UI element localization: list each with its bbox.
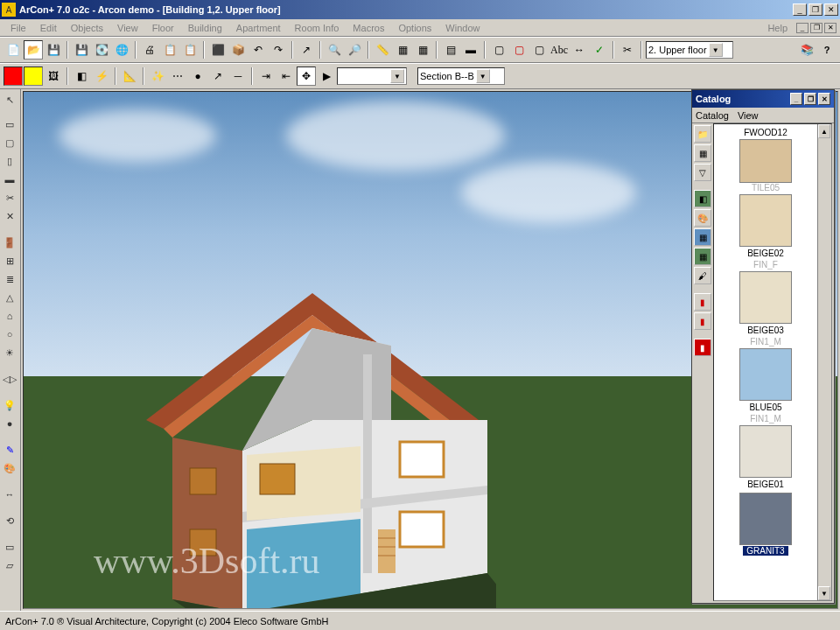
catalog-item[interactable]: BEIGE03FIN1_M bbox=[716, 271, 816, 346]
mdi-close-button[interactable]: ✕ bbox=[824, 23, 836, 33]
wall-button[interactable]: ▬ bbox=[461, 40, 480, 60]
section-selector[interactable]: Section B--B ▼ bbox=[417, 67, 505, 85]
column-tool[interactable]: ▯ bbox=[1, 152, 18, 170]
print-button[interactable]: 🖨 bbox=[140, 40, 159, 60]
save-as-button[interactable]: 💾 bbox=[72, 40, 91, 60]
menu-window[interactable]: Window bbox=[438, 21, 486, 35]
zoom-fit-button[interactable]: 🔎 bbox=[345, 40, 364, 60]
material-swatch[interactable] bbox=[739, 425, 792, 478]
brush-button[interactable]: ● bbox=[188, 66, 207, 86]
cut-button[interactable]: ✂ bbox=[618, 40, 637, 60]
measure-button[interactable]: ✓ bbox=[590, 40, 609, 60]
grid-button[interactable]: ▦ bbox=[393, 40, 412, 60]
cat-filter-button[interactable]: ▽ bbox=[694, 164, 711, 181]
catalog-item[interactable]: GRANIT3 bbox=[716, 493, 816, 556]
red-box-button[interactable] bbox=[4, 66, 23, 86]
scroll-down-button[interactable]: ▼ bbox=[818, 586, 830, 600]
cat-stop-button[interactable]: ▮ bbox=[694, 339, 711, 356]
sun-tool[interactable]: ☀ bbox=[1, 344, 18, 361]
mode-b-button[interactable]: ▢ bbox=[509, 40, 528, 60]
new-button[interactable]: 📄 bbox=[4, 40, 23, 60]
menu-building[interactable]: Building bbox=[181, 21, 229, 35]
menu-roominfo[interactable]: Room Info bbox=[288, 21, 346, 35]
minimize-button[interactable]: _ bbox=[793, 4, 807, 16]
cube-button[interactable]: ◧ bbox=[72, 66, 91, 86]
paste-button[interactable]: 📋 bbox=[180, 40, 200, 60]
beam-tool[interactable]: ▬ bbox=[1, 171, 18, 188]
catalog-scrollbar[interactable]: ▲ ▼ bbox=[817, 124, 831, 600]
cat-brush-button[interactable]: 🖌 bbox=[694, 267, 711, 284]
catalog-titlebar[interactable]: Catalog _ ❐ ✕ bbox=[692, 90, 834, 108]
menu-apartment[interactable]: Apartment bbox=[229, 21, 288, 35]
catalog-item[interactable]: BEIGE02FIN_F bbox=[716, 194, 816, 270]
door-out-button[interactable]: ⇤ bbox=[276, 66, 296, 86]
door-tool[interactable]: 🚪 bbox=[1, 234, 18, 251]
menu-macros[interactable]: Macros bbox=[346, 21, 391, 35]
dormer-tool[interactable]: ⌂ bbox=[1, 307, 18, 325]
scroll-up-button[interactable]: ▲ bbox=[818, 124, 830, 138]
material-swatch[interactable] bbox=[739, 493, 792, 545]
mode-a-button[interactable]: ▢ bbox=[489, 40, 508, 60]
catalog-item[interactable]: BEIGE01 bbox=[716, 425, 816, 491]
trim-tool[interactable]: ✂ bbox=[1, 189, 18, 206]
undo-button[interactable]: ↶ bbox=[248, 40, 268, 60]
catalog-close-button[interactable]: ✕ bbox=[818, 93, 830, 105]
dots-button[interactable]: ⋯ bbox=[168, 66, 187, 86]
close-button[interactable]: ✕ bbox=[824, 4, 838, 16]
cat-tex4-button[interactable]: ▦ bbox=[694, 248, 711, 265]
menu-file[interactable]: File bbox=[4, 21, 33, 35]
material-swatch[interactable] bbox=[739, 348, 792, 401]
cat-tex2-button[interactable]: 🎨 bbox=[694, 209, 711, 227]
room-tool[interactable]: ▢ bbox=[1, 134, 18, 151]
ruler-button[interactable]: 📏 bbox=[373, 40, 392, 60]
stair-tool[interactable]: ≣ bbox=[1, 270, 18, 288]
light-tool[interactable]: 💡 bbox=[1, 396, 18, 414]
box-button[interactable]: 📦 bbox=[228, 40, 248, 60]
material-swatch[interactable] bbox=[739, 139, 792, 183]
mdi-restore-button[interactable]: ❐ bbox=[810, 23, 822, 33]
menu-help[interactable]: Help bbox=[760, 21, 794, 35]
line-button[interactable]: ─ bbox=[228, 66, 248, 86]
dimension-button[interactable]: ↔ bbox=[570, 40, 589, 60]
play-button[interactable]: ▶ bbox=[317, 66, 336, 86]
dropdown-arrow-icon[interactable]: ▼ bbox=[709, 43, 723, 57]
folder-tool[interactable]: ▭ bbox=[1, 538, 18, 556]
maximize-button[interactable]: ❐ bbox=[808, 4, 822, 16]
cat-grid-button[interactable]: ▦ bbox=[694, 144, 711, 162]
arrow2-button[interactable]: ↗ bbox=[208, 66, 228, 86]
zoom-area-button[interactable]: 🔍 bbox=[325, 40, 344, 60]
open-button[interactable]: 📂 bbox=[24, 40, 43, 60]
floor-selector[interactable]: 2. Upper floor ▼ bbox=[646, 41, 733, 59]
tripod-button[interactable]: 📐 bbox=[120, 66, 139, 86]
mode-c-button[interactable]: ▢ bbox=[529, 40, 549, 60]
catalog-toggle-button[interactable]: 📚 bbox=[797, 40, 816, 60]
catalog-item[interactable]: BLUE05FIN1_M bbox=[716, 348, 816, 424]
cat-tex1-button[interactable]: ◧ bbox=[694, 190, 711, 207]
snap-button[interactable]: ▦ bbox=[413, 40, 432, 60]
mdi-minimize-button[interactable]: _ bbox=[796, 23, 808, 33]
sparkle-button[interactable]: ✨ bbox=[148, 66, 167, 86]
copy-button[interactable]: 📋 bbox=[160, 40, 179, 60]
roof-tool[interactable]: △ bbox=[1, 289, 18, 306]
catalog-minimize-button[interactable]: _ bbox=[790, 93, 802, 105]
yellow-box-button[interactable] bbox=[24, 66, 43, 86]
save-button[interactable]: 💾 bbox=[44, 40, 63, 60]
circle-tool[interactable]: ○ bbox=[1, 326, 18, 343]
material-swatch[interactable] bbox=[739, 271, 792, 324]
disk-button[interactable]: 💽 bbox=[92, 40, 111, 60]
catalog-item[interactable]: FWOOD12TILE05 bbox=[716, 126, 816, 192]
catalog-menu-catalog[interactable]: Catalog bbox=[696, 110, 729, 121]
menu-view[interactable]: View bbox=[110, 21, 145, 35]
catalog-list[interactable]: FWOOD12TILE05BEIGE02FIN_FBEIGE03FIN1_MBL… bbox=[713, 123, 832, 601]
layers-button[interactable]: ▤ bbox=[441, 40, 460, 60]
scene-button[interactable]: 🖼 bbox=[44, 66, 63, 86]
pointer-tool[interactable]: ↖ bbox=[1, 91, 18, 108]
text-button[interactable]: Abc bbox=[550, 40, 569, 60]
cat-red1-button[interactable]: ▮ bbox=[694, 293, 711, 311]
menu-objects[interactable]: Objects bbox=[64, 21, 110, 35]
bulb-tool[interactable]: ● bbox=[1, 415, 18, 432]
view3d-button[interactable]: ⬛ bbox=[208, 40, 228, 60]
sheet-tool[interactable]: ▱ bbox=[1, 556, 18, 574]
arrow-button[interactable]: ↗ bbox=[297, 40, 316, 60]
paint-tool[interactable]: 🎨 bbox=[1, 459, 18, 477]
